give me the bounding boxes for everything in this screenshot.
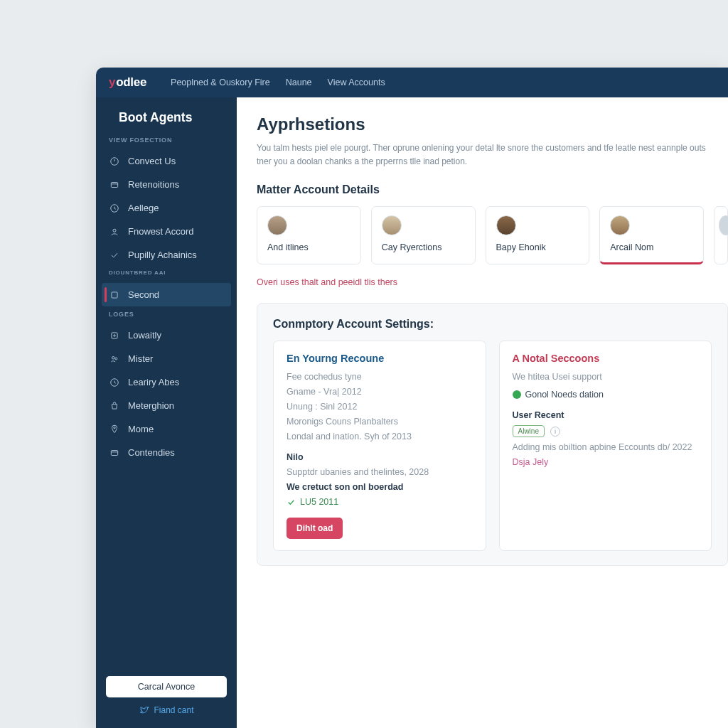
svg-point-9 [112, 356, 114, 359]
clock-icon [109, 377, 119, 387]
primary-action-button[interactable]: Dihlt oad [287, 518, 343, 539]
panel-line: Moronigs Couns Planbalters [287, 417, 473, 427]
person-name: Cay Ryerctions [382, 242, 465, 252]
right-panel: A Notal Seccoons We htitea Usei support … [499, 341, 712, 551]
topnav-item-1[interactable]: Naune [286, 77, 312, 87]
section-header-accounts: Matter Account Details [257, 183, 728, 196]
sidebar-item-label: Convect Us [128, 156, 176, 166]
user-icon [109, 226, 119, 237]
sidebar-item-meterghion[interactable]: Meterghion [96, 394, 237, 417]
status-dot-icon [513, 390, 521, 399]
sidebar-item-label: Mome [128, 424, 154, 434]
sidebar-item-label: Leariry Abes [128, 377, 179, 387]
sidebar-item-second[interactable]: Second [102, 283, 231, 306]
footer-link[interactable]: Fiand cant [139, 705, 193, 715]
svg-point-5 [112, 229, 115, 232]
settings-header: Conmptory Account Settings: [273, 318, 712, 331]
square-icon [109, 289, 119, 300]
sidebar-item-retenoitions[interactable]: Retenoitions [96, 173, 237, 196]
sidebar-item-label: Pupilly Achainics [128, 250, 197, 260]
svg-rect-13 [111, 450, 117, 455]
sidebar-bottom: Carcal Avonce Fiand cant [96, 666, 237, 728]
sidebar: Boot Agents VIEW FOSECTION Convect Us Re… [96, 97, 237, 728]
sidebar-item-label: Fnowest Accord [128, 226, 194, 237]
panel-line: Fee cochedus tyne [287, 372, 473, 382]
left-panel: En Yourng Recoune Fee cochedus tyne Gnam… [273, 341, 486, 551]
status-line: Gonol Noeds dation [513, 390, 699, 400]
sidebar-caption-2: Diountbred Aai [96, 267, 237, 282]
avatar [496, 215, 516, 235]
sidebar-caption-1: VIEW FOSECTION [96, 134, 237, 149]
twitter-icon [139, 705, 149, 715]
topnav-item-0[interactable]: Peoplned & Ouskory Fire [171, 77, 270, 87]
check-icon [109, 250, 119, 260]
panel-subheader: Nilo [287, 452, 473, 462]
sidebar-item-pupilly[interactable]: Pupilly Achainics [96, 243, 237, 267]
sidebar-item-mister[interactable]: Mister [96, 347, 237, 370]
avatar [382, 215, 402, 235]
sidebar-item-label: Second [128, 289, 159, 300]
person-card-2[interactable]: Bapy Ehonik [486, 206, 590, 264]
badge-icon [109, 330, 119, 341]
svg-point-12 [113, 427, 114, 428]
topnav-item-2[interactable]: View Accounts [328, 77, 385, 87]
sidebar-item-lowaitly[interactable]: Lowaitly [96, 323, 237, 347]
person-card-3[interactable]: Arcail Nom [599, 206, 704, 264]
panel-line: Londal and ination. Syh of 2013 [287, 432, 473, 441]
users-icon [109, 353, 119, 364]
helper-link[interactable]: Overi uses thalt and peeidl tlis thers [257, 277, 728, 287]
avatar [610, 215, 630, 235]
settings-panels: En Yourng Recoune Fee cochedus tyne Gnam… [273, 341, 712, 551]
app-body: Boot Agents VIEW FOSECTION Convect Us Re… [96, 97, 728, 728]
sidebar-item-convect[interactable]: Convect Us [96, 149, 237, 173]
checkmark-icon [287, 498, 296, 507]
person-card-more[interactable] [714, 206, 728, 264]
panel-line: Adding mis obiltion apbine Eccounts db/ … [513, 442, 699, 452]
page-title: Ayprhsetions [257, 114, 728, 134]
status-tag[interactable]: Alwine [513, 425, 545, 437]
panel-label: User Recent [513, 410, 699, 420]
sidebar-item-contendies[interactable]: Contendies [96, 441, 237, 464]
svg-rect-6 [111, 291, 117, 297]
avatar [267, 215, 287, 235]
top-nav: Peoplned & Ouskory Fire Naune View Accou… [171, 77, 385, 87]
sidebar-item-label: Retenoitions [128, 179, 179, 190]
sidebar-item-label: Meterghion [128, 400, 174, 411]
sidebar-item-mome[interactable]: Mome [96, 417, 237, 441]
clock-icon [109, 203, 119, 213]
panel-line: Supptdr ubanies and thelintes, 2028 [287, 467, 473, 477]
left-panel-title: En Yourng Recoune [287, 353, 473, 364]
panel-line: Unung : Sinl 2012 [287, 402, 473, 412]
pink-link[interactable]: Dsja Jely [513, 457, 699, 467]
info-icon[interactable]: i [550, 427, 560, 437]
svg-rect-2 [111, 182, 117, 187]
card-icon [109, 179, 119, 190]
sidebar-item-fnowest[interactable]: Fnowest Accord [96, 220, 237, 243]
app-window: yodlee Peoplned & Ouskory Fire Naune Vie… [96, 68, 728, 728]
person-card-1[interactable]: Cay Ryerctions [371, 206, 476, 264]
panel-bold-line: We cretuct son onl boerdad [287, 482, 473, 492]
check-line: LU5 2011 [287, 497, 473, 507]
sidebar-item-label: Contendies [128, 447, 175, 458]
tag-row: Alwine i [513, 425, 699, 437]
sidebar-item-leariry[interactable]: Leariry Abes [96, 370, 237, 394]
cancel-button[interactable]: Carcal Avonce [106, 676, 227, 697]
avatar [719, 215, 728, 235]
sidebar-item-aellege[interactable]: Aellege [96, 196, 237, 220]
svg-rect-7 [111, 332, 117, 338]
right-panel-title: A Notal Seccoons [513, 353, 699, 364]
person-cards-row: And itlines Cay Ryerctions Bapy Ehonik A… [257, 206, 728, 264]
main-content: Ayprhsetions You talm hests piel ele pou… [237, 97, 728, 728]
sidebar-item-label: Aellege [128, 203, 159, 213]
topbar: yodlee Peoplned & Ouskory Fire Naune Vie… [96, 68, 728, 97]
card-icon [109, 447, 119, 458]
person-name: Bapy Ehonik [496, 242, 579, 252]
settings-block: Conmptory Account Settings: En Yourng Re… [257, 303, 728, 566]
person-card-0[interactable]: And itlines [257, 206, 361, 264]
svg-point-8 [113, 334, 114, 336]
pin-icon [109, 424, 119, 434]
panel-line: Gname - Vra| 2012 [287, 387, 473, 397]
page-description: You talm hests piel ele pourgt. Ther opr… [257, 141, 712, 168]
power-icon [109, 156, 119, 166]
panel-sub: We htitea Usei support [513, 372, 699, 382]
